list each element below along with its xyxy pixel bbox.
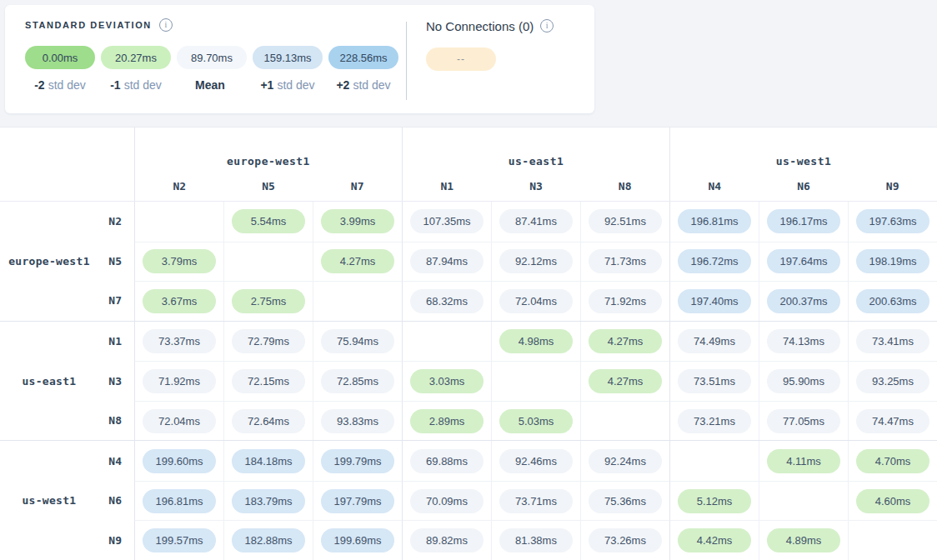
matrix-cell: 3.79ms bbox=[134, 242, 223, 282]
latency-pill[interactable]: 4.89ms bbox=[767, 528, 840, 552]
latency-pill[interactable]: 184.18ms bbox=[232, 449, 305, 473]
latency-pill[interactable]: 196.81ms bbox=[143, 489, 216, 513]
matrix-cell: 74.49ms bbox=[669, 322, 759, 362]
latency-pill[interactable]: 89.82ms bbox=[410, 528, 484, 552]
latency-pill[interactable]: 199.57ms bbox=[143, 528, 216, 552]
matrix-cell: 199.79ms bbox=[313, 441, 402, 481]
latency-pill[interactable]: 4.27ms bbox=[589, 369, 662, 393]
matrix-cell: 197.64ms bbox=[759, 242, 848, 282]
latency-pill[interactable]: 72.85ms bbox=[321, 369, 394, 393]
column-node-header: N1 bbox=[403, 180, 492, 192]
matrix-cell: 3.67ms bbox=[134, 281, 223, 321]
latency-pill[interactable]: 87.94ms bbox=[410, 249, 484, 273]
latency-pill[interactable]: 81.38ms bbox=[499, 528, 573, 552]
latency-pill[interactable]: 2.89ms bbox=[410, 409, 484, 433]
latency-pill[interactable]: 4.98ms bbox=[499, 329, 573, 353]
latency-pill[interactable]: 4.42ms bbox=[678, 528, 751, 552]
latency-pill[interactable]: 71.92ms bbox=[143, 369, 216, 393]
matrix-cell: 197.79ms bbox=[313, 481, 402, 521]
latency-pill[interactable]: 199.69ms bbox=[321, 528, 394, 552]
latency-pill[interactable]: 95.90ms bbox=[767, 369, 840, 393]
latency-pill[interactable]: 3.99ms bbox=[321, 209, 394, 233]
latency-pill[interactable]: 72.04ms bbox=[499, 289, 573, 313]
latency-pill[interactable]: 68.32ms bbox=[410, 289, 484, 313]
latency-pill[interactable]: 183.79ms bbox=[232, 489, 305, 513]
latency-pill[interactable]: 92.46ms bbox=[499, 449, 573, 473]
latency-pill[interactable]: 3.79ms bbox=[143, 249, 216, 273]
latency-pill[interactable]: 72.04ms bbox=[143, 409, 216, 433]
latency-pill[interactable]: 73.37ms bbox=[143, 329, 216, 353]
latency-pill[interactable]: 199.79ms bbox=[321, 449, 394, 473]
latency-pill[interactable]: 197.63ms bbox=[856, 209, 929, 233]
latency-pill[interactable]: 87.41ms bbox=[499, 209, 573, 233]
latency-pill[interactable]: 5.54ms bbox=[232, 209, 305, 233]
matrix-cell: 2.75ms bbox=[223, 281, 313, 321]
latency-pill[interactable]: 70.09ms bbox=[410, 489, 484, 513]
matrix-corner-cell bbox=[0, 128, 134, 201]
latency-pill[interactable]: 74.13ms bbox=[767, 329, 840, 353]
latency-pill[interactable]: 3.03ms bbox=[410, 369, 484, 393]
latency-pill[interactable]: 73.41ms bbox=[856, 329, 929, 353]
latency-pill[interactable]: 5.03ms bbox=[499, 409, 573, 433]
latency-pill[interactable]: 4.27ms bbox=[589, 329, 662, 353]
latency-pill[interactable]: 5.12ms bbox=[678, 489, 751, 513]
row-group-label-cell: us-east1N1N3N8 bbox=[0, 322, 134, 441]
latency-pill[interactable]: 4.11ms bbox=[767, 449, 840, 473]
latency-pill[interactable]: 196.72ms bbox=[678, 249, 751, 273]
latency-pill[interactable]: 93.83ms bbox=[321, 409, 394, 433]
latency-pill[interactable]: 72.15ms bbox=[232, 369, 305, 393]
latency-pill[interactable]: 3.67ms bbox=[143, 289, 216, 313]
matrix-cell: 2.89ms bbox=[402, 401, 491, 441]
matrix-cell: 72.85ms bbox=[313, 361, 402, 401]
matrix-cell: 4.60ms bbox=[848, 481, 937, 521]
latency-pill[interactable]: 77.05ms bbox=[767, 409, 840, 433]
latency-pill[interactable]: 199.60ms bbox=[143, 449, 216, 473]
column-node-header: N4 bbox=[670, 180, 759, 192]
latency-pill[interactable]: 73.26ms bbox=[589, 528, 662, 552]
latency-pill[interactable]: 182.88ms bbox=[232, 528, 305, 552]
matrix-cell: 4.89ms bbox=[759, 520, 848, 560]
latency-pill[interactable]: 73.71ms bbox=[499, 489, 573, 513]
matrix-cell bbox=[313, 281, 402, 321]
latency-pill[interactable]: 93.25ms bbox=[856, 369, 929, 393]
latency-pill[interactable]: 197.64ms bbox=[767, 249, 840, 273]
latency-pill[interactable]: 197.79ms bbox=[321, 489, 394, 513]
latency-pill[interactable]: 71.92ms bbox=[589, 289, 662, 313]
latency-pill[interactable]: 4.70ms bbox=[856, 449, 929, 473]
latency-pill[interactable]: 4.27ms bbox=[321, 249, 394, 273]
matrix-cell bbox=[223, 242, 313, 282]
latency-pill[interactable]: 72.64ms bbox=[232, 409, 305, 433]
info-icon[interactable]: i bbox=[540, 19, 554, 32]
row-region-label: europe-west1 bbox=[0, 202, 98, 321]
matrix-header: europe-west1 N2 N5 N7 us-east1 N1 N3 N8 … bbox=[0, 128, 937, 202]
latency-pill[interactable]: 197.40ms bbox=[678, 289, 751, 313]
latency-pill[interactable]: 198.19ms bbox=[856, 249, 929, 273]
matrix-cell: 71.92ms bbox=[134, 361, 223, 401]
latency-pill[interactable]: 196.17ms bbox=[767, 209, 840, 233]
latency-pill[interactable]: 73.21ms bbox=[678, 409, 751, 433]
latency-pill[interactable]: 200.63ms bbox=[856, 289, 929, 313]
latency-pill[interactable]: 92.24ms bbox=[589, 449, 662, 473]
column-group-europe-west1: europe-west1 N2 N5 N7 bbox=[134, 128, 402, 201]
latency-pill[interactable]: 92.12ms bbox=[499, 249, 573, 273]
latency-pill[interactable]: 74.47ms bbox=[856, 409, 929, 433]
latency-pill[interactable]: 75.94ms bbox=[321, 329, 394, 353]
latency-pill[interactable]: 200.37ms bbox=[767, 289, 840, 313]
matrix-cell: 4.27ms bbox=[580, 322, 669, 362]
matrix-cell: 196.81ms bbox=[669, 202, 759, 242]
latency-pill[interactable]: 74.49ms bbox=[678, 329, 751, 353]
latency-pill[interactable]: 69.88ms bbox=[410, 449, 484, 473]
column-node-header: N3 bbox=[492, 180, 581, 192]
latency-pill[interactable]: 2.75ms bbox=[232, 289, 305, 313]
latency-pill[interactable]: 75.36ms bbox=[589, 489, 662, 513]
latency-pill[interactable]: 92.51ms bbox=[589, 209, 662, 233]
latency-pill[interactable]: 196.81ms bbox=[678, 209, 751, 233]
latency-pill[interactable]: 4.60ms bbox=[856, 489, 929, 513]
latency-pill[interactable]: 73.51ms bbox=[678, 369, 751, 393]
info-icon[interactable]: i bbox=[159, 18, 173, 32]
latency-pill[interactable]: 71.73ms bbox=[589, 249, 662, 273]
matrix-cell: 92.24ms bbox=[580, 441, 669, 481]
latency-pill[interactable]: 107.35ms bbox=[410, 209, 484, 233]
matrix-cell bbox=[580, 401, 669, 441]
latency-pill[interactable]: 72.79ms bbox=[232, 329, 305, 353]
